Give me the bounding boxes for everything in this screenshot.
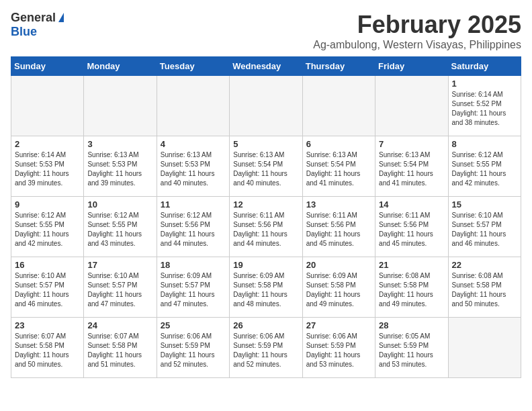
day-number: 28 (379, 320, 444, 330)
day-info: Sunrise: 6:07 AM Sunset: 5:58 PM Dayligh… (87, 332, 152, 369)
calendar-body: 1Sunrise: 6:14 AM Sunset: 5:52 PM Daylig… (11, 76, 521, 378)
day-info: Sunrise: 6:11 AM Sunset: 5:56 PM Dayligh… (233, 211, 298, 248)
day-info: Sunrise: 6:11 AM Sunset: 5:56 PM Dayligh… (379, 211, 444, 248)
day-info: Sunrise: 6:05 AM Sunset: 5:59 PM Dayligh… (379, 332, 444, 369)
day-info: Sunrise: 6:08 AM Sunset: 5:58 PM Dayligh… (452, 271, 517, 309)
calendar-cell (448, 318, 521, 378)
day-info: Sunrise: 6:08 AM Sunset: 5:58 PM Dayligh… (379, 271, 444, 309)
calendar-cell: 18Sunrise: 6:09 AM Sunset: 5:57 PM Dayli… (157, 257, 229, 318)
day-number: 12 (233, 199, 298, 210)
calendar-cell (302, 76, 375, 136)
day-info: Sunrise: 6:11 AM Sunset: 5:56 PM Dayligh… (306, 211, 371, 248)
day-number: 27 (306, 320, 371, 330)
day-header-monday: Monday (84, 57, 157, 76)
calendar-cell: 21Sunrise: 6:08 AM Sunset: 5:58 PM Dayli… (375, 257, 448, 318)
calendar-cell (230, 76, 302, 136)
calendar-cell: 23Sunrise: 6:07 AM Sunset: 5:58 PM Dayli… (11, 318, 84, 378)
calendar-cell: 24Sunrise: 6:07 AM Sunset: 5:58 PM Dayli… (84, 318, 157, 378)
calendar-week-3: 9Sunrise: 6:12 AM Sunset: 5:55 PM Daylig… (11, 197, 521, 257)
day-info: Sunrise: 6:10 AM Sunset: 5:57 PM Dayligh… (452, 211, 517, 248)
day-info: Sunrise: 6:09 AM Sunset: 5:58 PM Dayligh… (233, 271, 298, 309)
calendar-cell: 9Sunrise: 6:12 AM Sunset: 5:55 PM Daylig… (11, 197, 84, 257)
page-title: February 2025 (313, 11, 521, 39)
day-number: 2 (15, 139, 80, 149)
day-info: Sunrise: 6:09 AM Sunset: 5:58 PM Dayligh… (306, 271, 371, 309)
day-info: Sunrise: 6:13 AM Sunset: 5:54 PM Dayligh… (233, 150, 298, 188)
page-header: General Blue February 2025 Ag-ambulong, … (11, 11, 521, 51)
day-info: Sunrise: 6:13 AM Sunset: 5:53 PM Dayligh… (87, 150, 152, 188)
day-number: 17 (87, 260, 152, 270)
day-number: 21 (379, 260, 444, 270)
calendar-cell: 25Sunrise: 6:06 AM Sunset: 5:59 PM Dayli… (157, 318, 229, 378)
calendar-cell: 13Sunrise: 6:11 AM Sunset: 5:56 PM Dayli… (302, 197, 375, 257)
day-number: 19 (233, 260, 298, 270)
day-info: Sunrise: 6:10 AM Sunset: 5:57 PM Dayligh… (87, 271, 152, 309)
calendar-cell: 19Sunrise: 6:09 AM Sunset: 5:58 PM Dayli… (230, 257, 302, 318)
calendar-cell: 15Sunrise: 6:10 AM Sunset: 5:57 PM Dayli… (448, 197, 521, 257)
day-number: 24 (87, 320, 152, 330)
day-header-tuesday: Tuesday (157, 57, 229, 76)
calendar-cell (375, 76, 448, 136)
calendar-cell: 2Sunrise: 6:14 AM Sunset: 5:53 PM Daylig… (11, 136, 84, 197)
day-number: 13 (306, 199, 371, 210)
day-number: 10 (87, 199, 152, 210)
day-info: Sunrise: 6:13 AM Sunset: 5:54 PM Dayligh… (306, 150, 371, 188)
calendar-week-1: 1Sunrise: 6:14 AM Sunset: 5:52 PM Daylig… (11, 76, 521, 136)
day-number: 26 (233, 320, 298, 330)
calendar-cell: 4Sunrise: 6:13 AM Sunset: 5:53 PM Daylig… (157, 136, 229, 197)
calendar-cell: 22Sunrise: 6:08 AM Sunset: 5:58 PM Dayli… (448, 257, 521, 318)
day-number: 7 (379, 139, 444, 149)
day-number: 18 (161, 260, 226, 270)
days-header-row: SundayMondayTuesdayWednesdayThursdayFrid… (11, 57, 521, 76)
calendar-cell (84, 76, 157, 136)
day-info: Sunrise: 6:12 AM Sunset: 5:55 PM Dayligh… (452, 150, 517, 188)
day-number: 16 (15, 260, 80, 270)
calendar-cell: 11Sunrise: 6:12 AM Sunset: 5:56 PM Dayli… (157, 197, 229, 257)
calendar-week-4: 16Sunrise: 6:10 AM Sunset: 5:57 PM Dayli… (11, 257, 521, 318)
day-info: Sunrise: 6:13 AM Sunset: 5:53 PM Dayligh… (161, 150, 226, 188)
day-number: 1 (452, 79, 517, 89)
logo: General Blue (11, 11, 64, 39)
calendar-cell: 3Sunrise: 6:13 AM Sunset: 5:53 PM Daylig… (84, 136, 157, 197)
page-subtitle: Ag-ambulong, Western Visayas, Philippine… (313, 39, 521, 51)
day-number: 25 (161, 320, 226, 330)
calendar-cell: 16Sunrise: 6:10 AM Sunset: 5:57 PM Dayli… (11, 257, 84, 318)
day-header-sunday: Sunday (11, 57, 84, 76)
calendar-cell (11, 76, 84, 136)
calendar-header: SundayMondayTuesdayWednesdayThursdayFrid… (11, 57, 521, 76)
calendar-table: SundayMondayTuesdayWednesdayThursdayFrid… (11, 56, 521, 378)
day-info: Sunrise: 6:14 AM Sunset: 5:53 PM Dayligh… (15, 150, 80, 188)
day-number: 4 (161, 139, 226, 149)
calendar-cell: 1Sunrise: 6:14 AM Sunset: 5:52 PM Daylig… (448, 76, 521, 136)
day-number: 3 (87, 139, 152, 149)
calendar-cell: 26Sunrise: 6:06 AM Sunset: 5:59 PM Dayli… (230, 318, 302, 378)
calendar-cell: 17Sunrise: 6:10 AM Sunset: 5:57 PM Dayli… (84, 257, 157, 318)
day-number: 8 (452, 139, 517, 149)
day-number: 15 (452, 199, 517, 210)
day-header-thursday: Thursday (302, 57, 375, 76)
calendar-cell: 7Sunrise: 6:13 AM Sunset: 5:54 PM Daylig… (375, 136, 448, 197)
day-info: Sunrise: 6:06 AM Sunset: 5:59 PM Dayligh… (233, 332, 298, 369)
calendar-cell: 10Sunrise: 6:12 AM Sunset: 5:55 PM Dayli… (84, 197, 157, 257)
day-number: 14 (379, 199, 444, 210)
calendar-week-5: 23Sunrise: 6:07 AM Sunset: 5:58 PM Dayli… (11, 318, 521, 378)
day-info: Sunrise: 6:13 AM Sunset: 5:54 PM Dayligh… (379, 150, 444, 188)
calendar-cell: 27Sunrise: 6:06 AM Sunset: 5:59 PM Dayli… (302, 318, 375, 378)
calendar-cell: 28Sunrise: 6:05 AM Sunset: 5:59 PM Dayli… (375, 318, 448, 378)
calendar-cell: 20Sunrise: 6:09 AM Sunset: 5:58 PM Dayli… (302, 257, 375, 318)
day-number: 20 (306, 260, 371, 270)
day-info: Sunrise: 6:07 AM Sunset: 5:58 PM Dayligh… (15, 332, 80, 369)
day-number: 5 (233, 139, 298, 149)
day-number: 23 (15, 320, 80, 330)
calendar-cell (157, 76, 229, 136)
calendar-cell: 5Sunrise: 6:13 AM Sunset: 5:54 PM Daylig… (230, 136, 302, 197)
calendar-week-2: 2Sunrise: 6:14 AM Sunset: 5:53 PM Daylig… (11, 136, 521, 197)
logo-general-text: General (11, 11, 56, 25)
day-header-friday: Friday (375, 57, 448, 76)
logo-blue-text: Blue (11, 25, 37, 39)
day-header-saturday: Saturday (448, 57, 521, 76)
day-info: Sunrise: 6:14 AM Sunset: 5:52 PM Dayligh… (452, 90, 517, 128)
day-info: Sunrise: 6:12 AM Sunset: 5:55 PM Dayligh… (87, 211, 152, 248)
logo-triangle-icon (58, 13, 64, 22)
day-info: Sunrise: 6:12 AM Sunset: 5:55 PM Dayligh… (15, 211, 80, 248)
